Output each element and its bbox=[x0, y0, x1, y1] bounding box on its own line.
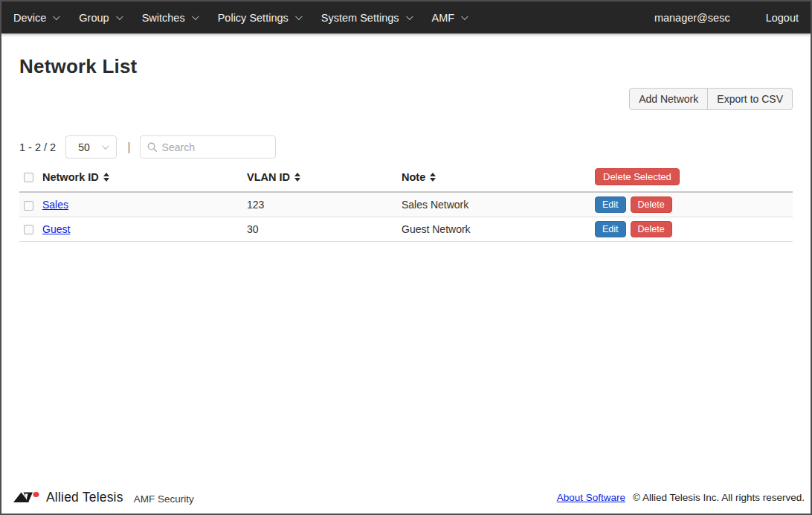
nav-menu-label: System Settings bbox=[321, 12, 399, 24]
chevron-down-icon bbox=[116, 13, 123, 20]
search-box bbox=[140, 135, 276, 159]
delete-button[interactable]: Delete bbox=[631, 221, 672, 237]
brand-name: Allied Telesis bbox=[46, 490, 123, 505]
nav-menu-switches[interactable]: Switches bbox=[132, 1, 207, 33]
table-header-row: Network ID VLAN ID Note bbox=[19, 165, 793, 192]
column-header-note[interactable]: Note bbox=[402, 171, 436, 183]
allied-telesis-logo-icon bbox=[13, 491, 40, 504]
chevron-down-icon bbox=[53, 13, 60, 20]
pagination-range: 1 - 2 / 2 bbox=[19, 141, 56, 153]
nav-menu-label: Group bbox=[79, 12, 109, 24]
chevron-down-icon bbox=[102, 142, 109, 150]
add-network-button[interactable]: Add Network bbox=[629, 88, 708, 110]
logout-button[interactable]: Logout bbox=[766, 12, 799, 24]
sort-icon bbox=[430, 173, 436, 182]
logged-in-user: manager@sesc bbox=[654, 12, 730, 24]
export-csv-button[interactable]: Export to CSV bbox=[707, 88, 793, 110]
column-header-vlan-id[interactable]: VLAN ID bbox=[247, 171, 300, 183]
chevron-down-icon bbox=[192, 13, 199, 20]
search-icon bbox=[146, 141, 158, 153]
delete-selected-button[interactable]: Delete Selected bbox=[595, 168, 680, 185]
row-checkbox[interactable] bbox=[24, 201, 33, 211]
nav-menu-label: Device bbox=[13, 12, 46, 24]
select-all-checkbox[interactable] bbox=[24, 173, 33, 182]
search-input[interactable] bbox=[162, 141, 269, 153]
chevron-down-icon bbox=[295, 13, 303, 20]
nav-menu-device[interactable]: Device bbox=[3, 1, 68, 33]
note-cell: Guest Network bbox=[402, 217, 589, 241]
note-cell: Sales Network bbox=[402, 192, 589, 217]
about-software-link[interactable]: About Software bbox=[557, 492, 625, 503]
page-size-select[interactable]: 50 bbox=[65, 135, 117, 159]
nav-menu-label: Switches bbox=[142, 12, 185, 24]
nav-menu-label: Policy Settings bbox=[218, 12, 289, 24]
edit-button[interactable]: Edit bbox=[595, 196, 626, 213]
vlan-id-cell: 30 bbox=[247, 217, 402, 241]
row-checkbox[interactable] bbox=[24, 225, 33, 234]
network-table: Network ID VLAN ID Note bbox=[19, 165, 793, 242]
column-header-network-id[interactable]: Network ID bbox=[42, 171, 109, 183]
table-row: Guest30Guest NetworkEditDelete bbox=[19, 217, 793, 241]
delete-button[interactable]: Delete bbox=[631, 196, 672, 213]
network-id-link[interactable]: Sales bbox=[42, 199, 68, 211]
nav-menu-system-settings[interactable]: System Settings bbox=[311, 1, 422, 33]
nav-menu-label: AMF bbox=[432, 12, 455, 24]
network-id-link[interactable]: Guest bbox=[42, 223, 70, 235]
table-row: Sales123Sales NetworkEditDelete bbox=[19, 192, 793, 217]
nav-menu-group[interactable]: Group bbox=[68, 1, 131, 33]
chevron-down-icon bbox=[461, 13, 468, 20]
list-toolbar: 1 - 2 / 2 50 | bbox=[19, 135, 793, 159]
toolbar-separator: | bbox=[127, 140, 130, 155]
sort-icon bbox=[294, 173, 300, 182]
main-content: Network List Add Network Export to CSV 1… bbox=[1, 33, 811, 487]
vlan-id-cell: 123 bbox=[247, 192, 402, 217]
app-window: Device Group Switches Policy Settings Sy… bbox=[0, 0, 812, 515]
page-title: Network List bbox=[19, 55, 793, 78]
page-footer: Allied Telesis AMF Security About Softwa… bbox=[1, 487, 811, 514]
product-name: AMF Security bbox=[134, 493, 194, 505]
table-actions-group: Add Network Export to CSV bbox=[629, 88, 793, 110]
top-navbar: Device Group Switches Policy Settings Sy… bbox=[1, 1, 811, 33]
page-size-value: 50 bbox=[78, 141, 90, 153]
copyright-text: © Allied Telesis Inc. All rights reserve… bbox=[633, 492, 805, 503]
chevron-down-icon bbox=[406, 13, 413, 20]
nav-menu-policy-settings[interactable]: Policy Settings bbox=[207, 1, 311, 33]
nav-menu-amf[interactable]: AMF bbox=[422, 1, 477, 33]
edit-button[interactable]: Edit bbox=[595, 221, 626, 237]
sort-icon bbox=[103, 173, 109, 182]
